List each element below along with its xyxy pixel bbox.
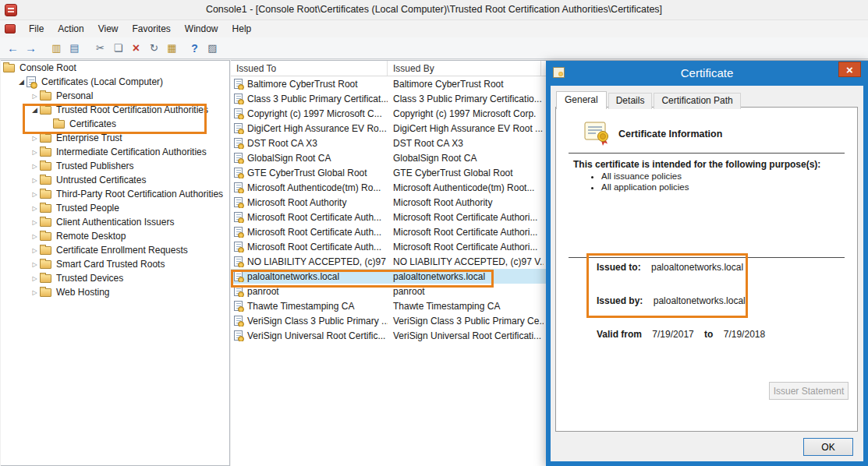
expanded-arrow-icon[interactable]: ◢ [30, 106, 40, 114]
menu-view[interactable]: View [91, 21, 126, 37]
collapsed-arrow-icon[interactable]: ▷ [30, 135, 40, 142]
collapsed-arrow-icon[interactable]: ▷ [30, 233, 40, 240]
issued-by-cell: VeriSign Universal Root Certificati... [388, 330, 544, 341]
menu-favorites[interactable]: Favorites [126, 21, 178, 37]
dialog-title-bar[interactable]: Certificate × [546, 61, 868, 86]
console-window-icon[interactable] [5, 24, 16, 34]
tree-item-remote-desktop[interactable]: ▷Remote Desktop [1, 229, 229, 243]
issued-to-text: Class 3 Public Primary Certificat... [247, 94, 388, 104]
copy-button[interactable]: ❏ [109, 40, 127, 57]
tree-item-enterprise-trust[interactable]: ▷Enterprise Trust [1, 131, 229, 145]
certificate-dialog: Certificate × GeneralDetailsCertificatio… [546, 61, 868, 466]
collapsed-arrow-icon[interactable]: ▷ [30, 261, 40, 268]
issued-by-cell: Microsoft Root Certificate Authori... [388, 227, 544, 238]
collapsed-arrow-icon[interactable]: ▷ [30, 219, 40, 226]
issuer-statement-button[interactable]: Issuer Statement [769, 382, 849, 400]
forward-button[interactable]: → [22, 40, 40, 57]
help-button[interactable]: ? [186, 40, 204, 57]
purpose-item: All issuance policies [601, 171, 689, 182]
issued-to-text: Microsoft Root Certificate Auth... [247, 212, 381, 223]
ok-button[interactable]: OK [803, 438, 853, 456]
issued-by-cell: DST Root CA X3 [388, 138, 544, 149]
tab-certification-path[interactable]: Certification Path [654, 93, 740, 109]
collapsed-arrow-icon[interactable]: ▷ [30, 275, 40, 282]
menu-file[interactable]: File [22, 21, 51, 37]
tree-item-trusted-people[interactable]: ▷Trusted People [1, 201, 229, 215]
menu-help[interactable]: Help [225, 21, 259, 37]
tree-item-label: Certificates [69, 118, 116, 129]
tree-item-certificate-enrollment-requests[interactable]: ▷Certificate Enrollment Requests [1, 243, 229, 257]
certificate-icon [234, 94, 243, 104]
collapsed-arrow-icon[interactable]: ▷ [30, 205, 40, 212]
close-button[interactable]: × [838, 62, 861, 77]
show-hide-action-pane-button[interactable]: ▨ [204, 40, 221, 57]
collapsed-arrow-icon[interactable]: ▷ [30, 149, 40, 156]
tree-item-personal[interactable]: ▷Personal [1, 89, 229, 103]
tree-item-trusted-root-certification-authorities[interactable]: ◢Trusted Root Certification Authorities [1, 103, 229, 117]
cut-icon: ✂ [96, 42, 105, 54]
show-hide-console-tree-button[interactable]: ▥ [48, 40, 66, 57]
export-list-button[interactable]: ▤ [66, 40, 83, 57]
collapsed-arrow-icon[interactable]: ▷ [30, 93, 40, 100]
folder-icon [40, 162, 51, 171]
collapsed-arrow-icon[interactable]: ▷ [30, 289, 40, 296]
collapsed-arrow-icon[interactable]: ▷ [30, 163, 40, 170]
menu-action[interactable]: Action [51, 21, 90, 37]
tree-item-certificates[interactable]: Certificates [1, 117, 229, 131]
purpose-item: All application policies [601, 182, 689, 193]
issued-to-row: Issued to: paloaltonetworks.local [597, 262, 841, 276]
menu-window[interactable]: Window [178, 21, 225, 37]
valid-to-label: to [704, 329, 713, 340]
show-hide-action-pane-icon: ▨ [207, 42, 217, 54]
issued-to-text: GlobalSign Root CA [247, 153, 331, 164]
cut-button[interactable]: ✂ [91, 40, 109, 57]
folder-icon [40, 218, 51, 227]
tree-item-smart-card-trusted-roots[interactable]: ▷Smart Card Trusted Roots [1, 257, 229, 271]
tree-item-label: Trusted Publishers [55, 161, 134, 171]
back-icon: ← [7, 41, 19, 55]
tree-item-third-party-root-certification-authorities[interactable]: ▷Third-Party Root Certification Authorit… [1, 187, 229, 201]
column-header-issued-by[interactable]: Issued By [388, 61, 541, 76]
tree-item-web-hosting[interactable]: ▷Web Hosting [1, 285, 229, 299]
issued-to-text: DST Root CA X3 [247, 138, 317, 149]
valid-to-date: 7/19/2018 [724, 329, 765, 340]
window-title: Console1 - [Console Root\Certificates (L… [0, 4, 868, 15]
tree-item-intermediate-certification-authorities[interactable]: ▷Intermediate Certification Authorities [1, 145, 229, 159]
issued-to-cell: Baltimore CyberTrust Root [231, 79, 388, 90]
tree-item-trusted-publishers[interactable]: ▷Trusted Publishers [1, 159, 229, 173]
properties-button[interactable]: ▦ [163, 40, 181, 57]
certificate-icon [234, 168, 243, 178]
back-button[interactable]: ← [4, 40, 22, 57]
tree-item-trusted-devices[interactable]: ▷Trusted Devices [1, 271, 229, 285]
tree-item-certificates-local-computer[interactable]: ◢Certificates (Local Computer) [1, 75, 229, 89]
close-icon: × [846, 64, 853, 76]
folder-icon [40, 106, 51, 115]
expanded-arrow-icon[interactable]: ◢ [16, 78, 27, 86]
toolbar: ←→▥▤✂❏×↻▦?▨ [0, 37, 868, 59]
tree-item-label: Enterprise Trust [55, 132, 122, 143]
delete-button[interactable]: × [127, 40, 145, 57]
divider [569, 257, 845, 258]
issued-by-cell: Microsoft Authenticode(tm) Root... [388, 182, 544, 193]
tab-details[interactable]: Details [608, 93, 653, 109]
tree-item-untrusted-certificates[interactable]: ▷Untrusted Certificates [1, 173, 229, 187]
collapsed-arrow-icon[interactable]: ▷ [30, 191, 40, 198]
collapsed-arrow-icon[interactable]: ▷ [30, 247, 40, 254]
tree-item-client-authentication-issuers[interactable]: ▷Client Authentication Issuers [1, 215, 229, 229]
issued-to-text: Microsoft Root Authority [247, 197, 346, 208]
issued-to-text: panroot [247, 286, 279, 297]
tree-item-label: Trusted People [55, 203, 119, 214]
certificate-icon [234, 330, 243, 341]
refresh-button[interactable]: ↻ [145, 40, 163, 57]
column-header-issued-to[interactable]: Issued To [231, 61, 388, 76]
certificate-icon [234, 182, 243, 192]
dialog-body: GeneralDetailsCertification Path Certifi… [551, 86, 863, 461]
forward-icon: → [25, 41, 37, 55]
folder-icon [53, 120, 65, 129]
tree-item-label: Console Root [19, 62, 76, 73]
tree-item-label: Smart Card Trusted Roots [55, 259, 165, 270]
collapsed-arrow-icon[interactable]: ▷ [30, 177, 40, 184]
tree-item-label: Trusted Devices [55, 273, 123, 284]
tree-item-console-root[interactable]: Console Root [1, 61, 229, 75]
tab-general[interactable]: General [556, 91, 607, 109]
